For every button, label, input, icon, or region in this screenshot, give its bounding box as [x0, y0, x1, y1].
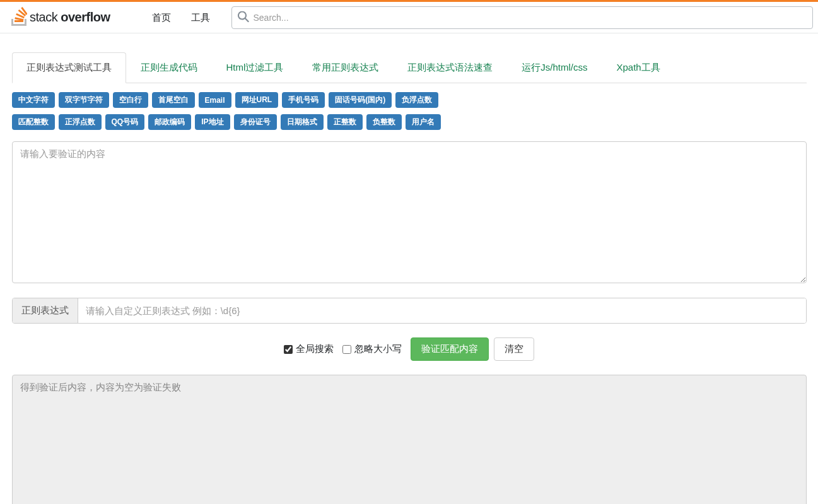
preset-tag[interactable]: 邮政编码 [148, 114, 191, 130]
nav-links: 首页 工具 [117, 2, 220, 33]
stack-overflow-icon [11, 7, 27, 28]
logo-text: stack overflow [30, 10, 110, 25]
preset-tag[interactable]: 空白行 [113, 92, 148, 108]
preset-tag[interactable]: 正整数 [327, 114, 363, 130]
search-wrap [231, 6, 814, 29]
preset-tag[interactable]: 中文字符 [12, 92, 55, 108]
preset-tag[interactable]: 身份证号 [234, 114, 277, 130]
ignore-case-label: 忽略大小写 [354, 343, 402, 355]
regex-row: 正则表达式 [12, 298, 807, 324]
validate-button[interactable]: 验证匹配内容 [411, 337, 489, 361]
tab-regex-test[interactable]: 正则表达式测试工具 [12, 52, 126, 83]
controls-row: 全局搜索 忽略大小写 验证匹配内容 清空 [12, 337, 807, 361]
result-output[interactable] [12, 375, 807, 504]
tab-run-js[interactable]: 运行Js/html/css [507, 52, 602, 83]
content-input[interactable] [12, 141, 807, 283]
tab-regex-gen[interactable]: 正则生成代码 [126, 52, 212, 83]
preset-tag[interactable]: 用户名 [406, 114, 441, 130]
clear-button[interactable]: 清空 [494, 337, 534, 361]
preset-tag[interactable]: Email [199, 92, 231, 108]
regex-input[interactable] [78, 298, 806, 323]
nav-tools[interactable]: 工具 [181, 2, 220, 33]
search-icon [238, 11, 249, 24]
preset-tag[interactable]: QQ号码 [105, 114, 145, 130]
preset-tag[interactable]: 固话号码(国内) [329, 92, 392, 108]
preset-tag[interactable]: IP地址 [195, 114, 230, 130]
preset-tag[interactable]: 匹配整数 [12, 114, 55, 130]
search-input[interactable] [231, 6, 814, 29]
header: stack overflow 首页 工具 [0, 2, 818, 33]
global-search-check[interactable]: 全局搜索 [284, 343, 334, 355]
nav-home[interactable]: 首页 [142, 2, 181, 33]
tab-regex-syntax[interactable]: 正则表达式语法速查 [393, 52, 507, 83]
tab-html-filter[interactable]: Html过滤工具 [212, 52, 298, 83]
preset-tag[interactable]: 正浮点数 [59, 114, 102, 130]
preset-tags: 中文字符双字节字符空白行首尾空白Email网址URL手机号码固话号码(国内)负浮… [12, 92, 807, 130]
preset-tag[interactable]: 网址URL [235, 92, 279, 108]
global-search-checkbox[interactable] [284, 345, 293, 354]
tabs: 正则表达式测试工具 正则生成代码 Html过滤工具 常用正则表达式 正则表达式语… [12, 52, 807, 83]
preset-tag[interactable]: 手机号码 [282, 92, 325, 108]
preset-tag[interactable]: 首尾空白 [152, 92, 195, 108]
tab-xpath[interactable]: Xpath工具 [602, 52, 675, 83]
logo[interactable]: stack overflow [5, 7, 117, 28]
preset-tag[interactable]: 负浮点数 [395, 92, 438, 108]
global-search-label: 全局搜索 [296, 343, 334, 355]
regex-label: 正则表达式 [13, 298, 78, 323]
tab-common-regex[interactable]: 常用正则表达式 [298, 52, 393, 83]
preset-tag[interactable]: 负整数 [366, 114, 402, 130]
preset-tag[interactable]: 日期格式 [281, 114, 324, 130]
preset-tag[interactable]: 双字节字符 [59, 92, 109, 108]
ignore-case-checkbox[interactable] [342, 345, 351, 354]
ignore-case-check[interactable]: 忽略大小写 [342, 343, 402, 355]
